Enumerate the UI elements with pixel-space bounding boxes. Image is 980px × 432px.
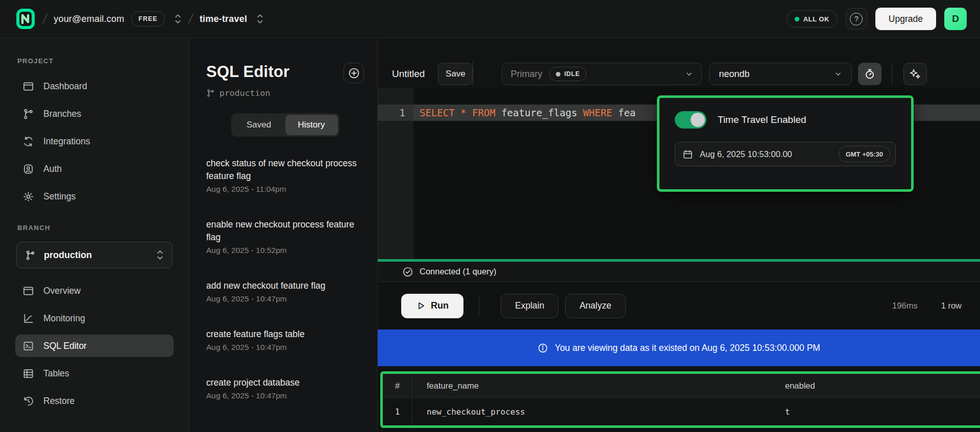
toolbar-divider (892, 64, 892, 84)
history-list: check status of new checkout process fea… (206, 157, 364, 400)
sidebar-item-label: Restore (43, 396, 75, 406)
time-travel-banner: You are viewing data as it existed on Au… (378, 329, 980, 366)
query-metrics: 196ms 1 row (892, 301, 962, 311)
calendar-icon (682, 149, 693, 160)
results-table-header: # feature_name enabled (383, 374, 980, 398)
account-switcher-chevrons-icon[interactable] (174, 13, 182, 24)
history-item-title: create project database (206, 376, 359, 389)
branch-icon (22, 108, 35, 120)
tab-history[interactable]: History (285, 115, 338, 135)
tables-icon (22, 368, 35, 379)
compute-name: Primary (510, 69, 542, 80)
run-button[interactable]: Run (401, 294, 463, 318)
connection-status-bar: Connected (1 query) (378, 262, 980, 282)
sidebar-item-integrations[interactable]: Integrations (15, 130, 174, 153)
results-table: # feature_name enabled 1 new_checkout_pr… (380, 371, 980, 428)
sidebar-item-branches[interactable]: Branches (15, 103, 174, 125)
user-avatar[interactable]: D (944, 8, 967, 30)
history-item-date: Aug 6, 2025 - 10:47pm (206, 391, 359, 400)
top-navbar: / your@email.com FREE / time-travel ALL … (0, 0, 980, 38)
check-circle-icon (402, 266, 413, 277)
monitoring-icon (22, 313, 35, 324)
system-status-pill[interactable]: ALL OK (787, 10, 838, 28)
idle-dot-icon (556, 72, 560, 77)
history-item[interactable]: add new checkout feature flag Aug 6, 202… (206, 279, 359, 303)
history-item-date: Aug 6, 2025 - 10:47pm (206, 343, 359, 352)
sidebar-item-overview[interactable]: Overview (15, 279, 174, 302)
topbar-actions: ALL OK ? Upgrade D (787, 8, 967, 30)
database-selector[interactable]: neondb (709, 63, 852, 85)
sidebar-item-monitoring[interactable]: Monitoring (15, 307, 174, 329)
integrations-icon (22, 136, 35, 147)
time-travel-toggle[interactable] (675, 111, 706, 129)
sidebar-item-dashboard[interactable]: Dashboard (15, 75, 174, 97)
neon-console: / your@email.com FREE / time-travel ALL … (0, 0, 980, 432)
upgrade-button[interactable]: Upgrade (875, 8, 936, 30)
sidebar: PROJECT Dashboard Branches Integrations (0, 38, 189, 432)
play-icon (416, 301, 426, 311)
save-button[interactable]: Save (438, 63, 473, 85)
history-item-title: check status of new checkout process fea… (206, 157, 359, 183)
panel-branch-name: production (219, 88, 270, 98)
analyze-button[interactable]: Analyze (565, 294, 625, 318)
time-travel-button[interactable] (858, 63, 881, 85)
chevron-down-icon (834, 70, 842, 78)
sidebar-item-tables[interactable]: Tables (15, 362, 174, 385)
database-name: neondb (719, 69, 749, 80)
compute-selector[interactable]: Primary IDLE (502, 63, 702, 85)
toolbar-divider (473, 59, 473, 87)
account-email[interactable]: your@email.com (54, 14, 124, 24)
new-query-button[interactable] (344, 63, 364, 83)
explain-button[interactable]: Explain (501, 294, 558, 318)
sidebar-item-label: SQL Editor (43, 341, 87, 351)
breadcrumb-divider: / (187, 11, 194, 27)
cell-feature-name: new_checkout_process (412, 407, 785, 417)
tab-saved[interactable]: Saved (233, 115, 285, 135)
chevron-down-icon (685, 70, 693, 78)
connection-status-text: Connected (1 query) (420, 267, 496, 276)
history-item[interactable]: check status of new checkout process fea… (206, 157, 359, 194)
dashboard-icon (22, 81, 35, 92)
editor-toolbar: Untitled Save Primary IDLE neondb (378, 38, 980, 88)
question-icon: ? (850, 13, 863, 26)
sql-keyword: WHERE (583, 107, 612, 118)
branch-icon (206, 89, 215, 97)
sidebar-item-sql-editor[interactable]: SQL Editor (15, 335, 174, 357)
history-item[interactable]: enable new checkout process feature flag… (206, 218, 359, 255)
project-name[interactable]: time-travel (200, 14, 247, 24)
restore-icon (22, 395, 35, 407)
sql-keyword: SELECT * FROM (420, 107, 496, 118)
saved-history-tabs: Saved History (231, 113, 339, 137)
ai-assist-button[interactable] (903, 63, 927, 85)
cell-row-index: 1 (383, 398, 412, 425)
plus-circle-icon (348, 67, 360, 80)
info-icon (537, 343, 548, 353)
branch-selector-value: production (44, 250, 92, 261)
results-table-zone: # feature_name enabled 1 new_checkout_pr… (378, 366, 980, 432)
sidebar-item-label: Auth (43, 164, 62, 174)
time-travel-toggle-label: Time Travel Enabled (718, 114, 806, 125)
help-button[interactable]: ? (846, 8, 867, 30)
plan-badge: FREE (131, 11, 164, 27)
row-count: 1 row (941, 301, 962, 311)
history-item[interactable]: create feature flags table Aug 6, 2025 -… (206, 328, 359, 352)
history-item-date: Aug 6, 2025 - 10:52pm (206, 246, 359, 255)
line-number: 1 (378, 105, 413, 121)
sql-editor-icon (22, 340, 35, 352)
sidebar-item-restore[interactable]: Restore (15, 390, 174, 412)
sidebar-item-label: Tables (43, 368, 69, 379)
sparkles-icon (909, 68, 921, 80)
project-switcher-chevrons-icon[interactable] (256, 13, 264, 24)
banner-text: You are viewing data as it existed on Au… (555, 343, 820, 353)
branch-selector[interactable]: production (16, 242, 173, 268)
query-duration: 196ms (892, 301, 918, 311)
neon-logo-icon[interactable] (15, 8, 36, 30)
sql-editor-panel: SQL Editor production Saved Hist (189, 38, 378, 432)
time-travel-popup: Time Travel Enabled Aug 6, 2025 10:53:00… (657, 95, 914, 192)
time-travel-datetime-field[interactable]: Aug 6, 2025 10:53:00.00 GMT +05:30 (675, 142, 896, 166)
sidebar-item-auth[interactable]: Auth (15, 158, 174, 180)
sidebar-item-settings[interactable]: Settings (15, 185, 174, 208)
auth-icon (22, 163, 35, 175)
history-item[interactable]: create project database Aug 6, 2025 - 10… (206, 376, 359, 400)
query-tab-title[interactable]: Untitled (392, 63, 425, 85)
